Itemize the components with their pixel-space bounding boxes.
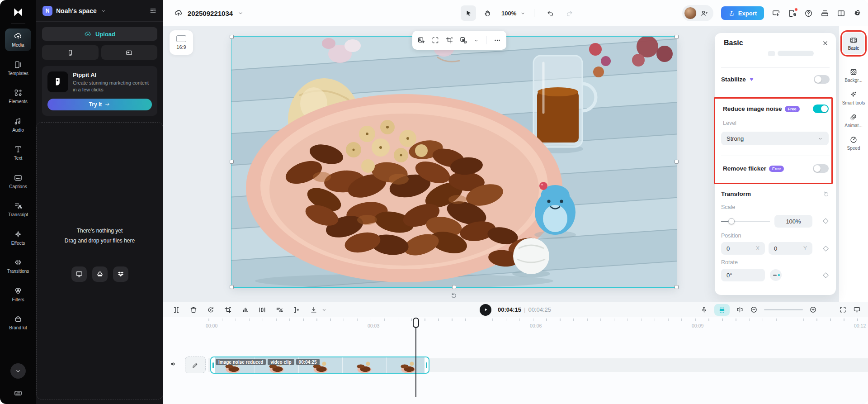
crop-button[interactable] (445, 36, 453, 44)
timeline-zoom-slider[interactable] (764, 309, 803, 310)
noise-level-select[interactable]: Strong (721, 132, 829, 145)
resize-handle-top-left[interactable] (230, 35, 234, 39)
project-name[interactable]: 202509221034 (188, 10, 233, 17)
sidebar-item-transcript[interactable]: Transcript (5, 198, 31, 221)
remove-silence-button[interactable] (275, 306, 283, 314)
export-button[interactable]: Export (721, 6, 764, 20)
sidebar-item-captions[interactable]: Captions (5, 170, 31, 193)
sidebar-item-filters[interactable]: Filters (5, 283, 31, 306)
reverse-clip-button[interactable] (207, 306, 215, 314)
mirror-button[interactable] (258, 306, 266, 314)
mirror-to-device-button[interactable] (772, 9, 780, 18)
screen-record-button[interactable] (101, 45, 158, 60)
pippit-try-it-button[interactable]: Try it (47, 99, 152, 110)
resize-handle-bottom-left[interactable] (230, 285, 234, 289)
more-options-button[interactable] (493, 36, 501, 44)
timeline-ruler[interactable] (208, 318, 868, 321)
scale-value-field[interactable]: 100% (774, 215, 812, 228)
split-clip-button[interactable] (172, 306, 180, 314)
playhead[interactable] (413, 318, 419, 397)
flip-horizontal-button[interactable] (241, 306, 249, 314)
clip-trim-handle-right[interactable] (425, 357, 429, 373)
sidebar-item-templates[interactable]: Templates (5, 57, 31, 80)
resize-handle-mid-left[interactable] (230, 160, 234, 164)
timeline-zoom-out-button[interactable] (750, 306, 758, 314)
tab-basic[interactable]: Basic (841, 33, 866, 54)
tab-speed[interactable]: Speed (841, 136, 866, 151)
position-keyframe-button[interactable] (823, 246, 829, 252)
sidebar-item-media[interactable]: Media (5, 29, 31, 51)
collapse-nav-button[interactable] (10, 363, 26, 379)
undo-button[interactable] (542, 5, 558, 21)
chevron-down-icon[interactable] (321, 307, 327, 313)
layout-panels-button[interactable] (837, 9, 845, 18)
fullscreen-button[interactable] (839, 306, 847, 314)
fit-frame-button[interactable] (431, 36, 439, 44)
keyboard-shortcuts-button[interactable] (14, 389, 23, 398)
import-from-google-drive-button[interactable] (92, 266, 108, 282)
workspace-header[interactable]: N Noah's space (36, 0, 163, 22)
resize-handle-bottom-center[interactable] (452, 285, 456, 289)
canvas-zoom-level[interactable]: 100% (501, 10, 516, 17)
preview-display-button[interactable] (853, 306, 861, 314)
user-avatar[interactable] (684, 7, 697, 19)
rotate-value-field[interactable]: 0° (721, 269, 765, 281)
play-button[interactable] (480, 304, 491, 316)
clip-trim-handle-left[interactable] (211, 357, 215, 373)
scale-keyframe-button[interactable] (823, 218, 829, 224)
resize-handle-bottom-right[interactable] (675, 285, 679, 289)
download-frame-button[interactable] (310, 306, 318, 314)
close-panel-button[interactable] (822, 40, 829, 47)
media-drop-zone[interactable]: There's nothing yet Drag and drop your f… (36, 122, 163, 399)
import-from-phone-button[interactable] (42, 45, 99, 60)
sidebar-item-elements[interactable]: Elements (5, 85, 31, 108)
record-voiceover-button[interactable] (700, 306, 708, 314)
tab-background[interactable]: Backgr... (841, 68, 866, 83)
resize-handle-mid-right[interactable] (675, 160, 679, 164)
chevron-down-icon[interactable] (473, 38, 479, 43)
playhead-handle[interactable] (413, 318, 419, 328)
stabilize-toggle[interactable] (814, 75, 830, 84)
resources-button[interactable] (821, 9, 829, 18)
settings-button[interactable] (853, 9, 862, 18)
aspect-ratio-button[interactable]: 16:9 (170, 30, 193, 55)
delete-button[interactable] (189, 306, 198, 314)
timeline-area[interactable]: 00:00 00:03 00:06 00:09 00:12 Image nois… (163, 317, 868, 404)
add-image-button[interactable] (417, 36, 425, 44)
tab-animation[interactable]: Animat... (841, 113, 866, 128)
select-tool-button[interactable] (461, 5, 476, 21)
rotate-keyframe-button[interactable] (823, 272, 829, 278)
sidebar-item-audio[interactable]: Audio (5, 114, 31, 136)
help-button[interactable] (804, 9, 813, 18)
sidebar-item-effects[interactable]: Effects (5, 227, 31, 249)
resize-handle-top-right[interactable] (675, 35, 679, 39)
import-from-dropbox-button[interactable] (113, 266, 128, 282)
split-view-button[interactable] (736, 306, 744, 314)
timeline-zoom-in-button[interactable] (809, 306, 817, 314)
scale-slider-knob[interactable] (728, 218, 735, 224)
redo-button[interactable] (561, 5, 577, 21)
upload-button[interactable]: Upload (42, 27, 157, 41)
sidebar-item-transitions[interactable]: Transitions (5, 255, 31, 277)
edit-cover-button[interactable] (185, 356, 206, 373)
tab-smart-tools[interactable]: Smart tools (841, 90, 866, 106)
smart-split-button[interactable] (292, 306, 301, 314)
hand-tool-button[interactable] (480, 5, 495, 21)
replace-media-button[interactable] (459, 36, 467, 44)
track-mute-button[interactable] (170, 360, 177, 368)
rotate-knob[interactable] (770, 269, 782, 281)
collapse-panel-icon[interactable] (149, 7, 157, 14)
position-x-field[interactable]: 0 X (721, 242, 765, 255)
remove-flicker-toggle[interactable] (813, 164, 829, 173)
timeline-clip[interactable]: Image noise reduced video clip 00:04:25 (210, 356, 429, 374)
crop-clip-button[interactable] (224, 306, 232, 314)
ai-enhance-button[interactable] (714, 304, 730, 316)
device-security-button[interactable] (788, 9, 797, 18)
video-preview[interactable] (231, 37, 677, 287)
import-from-computer-button[interactable] (71, 266, 87, 282)
sidebar-item-brand-kit[interactable]: Brand kit (5, 311, 31, 334)
account-pill[interactable] (682, 5, 713, 21)
sidebar-item-text[interactable]: Text (5, 142, 31, 164)
reduce-noise-toggle[interactable] (813, 105, 829, 113)
reset-transform-button[interactable] (823, 190, 830, 197)
